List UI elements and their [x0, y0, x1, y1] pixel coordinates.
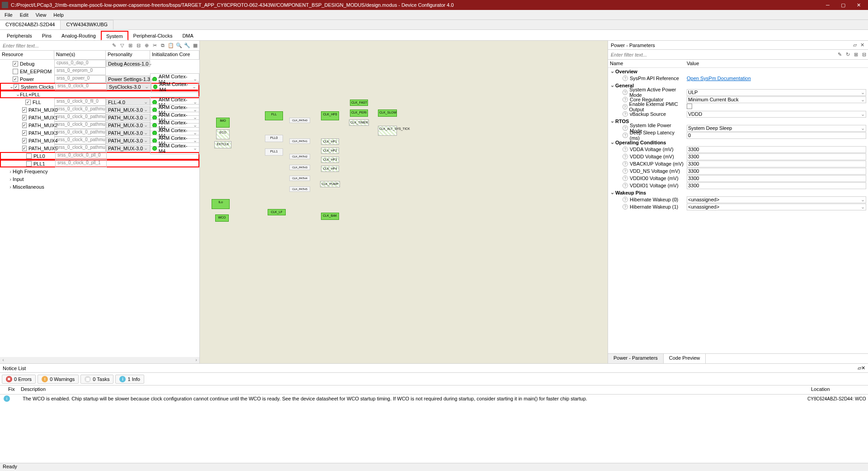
blk-clk-fast[interactable]: CLK_FAST	[350, 100, 368, 106]
param-input[interactable]	[687, 153, 866, 160]
chevron-down-icon[interactable]: ⌄	[144, 122, 148, 128]
help-icon[interactable]: ?	[623, 90, 627, 95]
tab-peripheral-clocks[interactable]: Peripheral-Clocks	[128, 31, 178, 40]
help-icon[interactable]: ?	[623, 168, 628, 174]
tree-row[interactable]: PLL1srss_0_clock_0_pll_1	[0, 160, 199, 167]
chevron-down-icon[interactable]: ⌄	[861, 204, 865, 210]
chevron-down-icon[interactable]: ⌄	[144, 107, 148, 113]
chevron-down-icon[interactable]: ⌄	[193, 145, 197, 151]
wrench-icon[interactable]: 🔧	[183, 42, 191, 50]
chevron-down-icon[interactable]: ⌄	[861, 111, 865, 117]
checkbox[interactable]	[22, 130, 27, 136]
param-filter-input[interactable]	[608, 50, 835, 59]
name-cell[interactable]: srss_0_clock_0_pathmux_3	[54, 129, 106, 137]
personality-cell[interactable]: PATH_MUX-3.0⌄	[106, 114, 150, 121]
param-input[interactable]	[687, 132, 866, 139]
tab-dma[interactable]: DMA	[177, 31, 198, 40]
blk-fll[interactable]: FLL	[265, 111, 283, 120]
help-icon[interactable]: ?	[623, 76, 628, 81]
checkbox[interactable]	[25, 100, 31, 105]
notice-filter-button[interactable]: !0 Warnings	[38, 375, 79, 384]
blk-clk-path5[interactable]: CLK_PATH5	[289, 186, 310, 192]
minimize-button[interactable]: ─	[820, 0, 835, 10]
blk-clk-hf4[interactable]: CLK_HF4	[321, 166, 339, 172]
param-input[interactable]	[687, 146, 866, 153]
blk-wco[interactable]: WCO	[215, 214, 229, 222]
tree-row[interactable]: ›Miscellaneous	[0, 183, 199, 190]
checkbox[interactable]	[22, 146, 27, 151]
ph-value[interactable]: Value	[685, 60, 868, 67]
search-icon[interactable]: 🔍	[175, 42, 183, 50]
checkbox[interactable]	[22, 107, 27, 113]
init-cell[interactable]: ARM Cortex-M4⌄	[150, 143, 199, 154]
notice-undock-icon[interactable]: ▱	[858, 365, 861, 371]
help-icon[interactable]: ?	[623, 111, 628, 117]
blk-imo[interactable]: IMO	[216, 118, 230, 128]
name-cell[interactable]: srss_0_eeprom_0	[54, 67, 106, 75]
th-resource[interactable]: Resource	[0, 51, 54, 59]
checkbox[interactable]	[26, 153, 32, 159]
blk-pll0[interactable]: PLL0	[265, 135, 283, 142]
name-cell[interactable]: cpuss_0_dap_0	[54, 60, 106, 67]
param-collapse-icon[interactable]: ⊟	[860, 51, 868, 59]
tab-analog-routing[interactable]: Analog-Routing	[57, 31, 101, 40]
tree-row[interactable]: ⌄System Clockssrss_0_clock_0SysClocks-3.…	[0, 83, 199, 90]
help-icon[interactable]: ?	[623, 197, 628, 202]
help-icon[interactable]: ?	[623, 104, 627, 109]
blk-clk-hf1[interactable]: CLK_HF1	[321, 138, 339, 145]
param-pencil-icon[interactable]: ✎	[835, 51, 844, 59]
blk-extclk[interactable]: EXTCLK	[214, 141, 231, 148]
undock-icon[interactable]: ▱	[852, 42, 858, 48]
chevron-down-icon[interactable]: ⌄	[144, 145, 148, 151]
personality-cell[interactable]: Debug Access-1.0⌄	[106, 60, 150, 67]
tree-row[interactable]: Debugcpuss_0_dap_0Debug Access-1.0⌄	[0, 60, 199, 67]
checkbox[interactable]	[26, 161, 32, 167]
param-checkbox[interactable]	[687, 104, 692, 109]
blk-clk-path1[interactable]: CLK_PATH1	[289, 138, 310, 144]
blk-clk-bak[interactable]: CLK_BAK	[321, 213, 339, 220]
add-icon[interactable]: ⊕	[142, 42, 151, 50]
param-select[interactable]: <unassigned>⌄	[687, 196, 866, 203]
param-link[interactable]: Open SysPm Documentation	[687, 76, 751, 81]
blk-clk-peri[interactable]: CLK_PERI	[350, 109, 368, 117]
param-input[interactable]	[687, 161, 866, 167]
expand-icon[interactable]: ›	[8, 169, 13, 174]
name-cell[interactable]: srss_0_clock_0_pathmux_1	[54, 114, 106, 121]
menu-file[interactable]: File	[1, 11, 16, 19]
help-icon[interactable]: ?	[623, 176, 628, 181]
blk-clk-alt[interactable]: CLK_ALT_SYS_TICK	[378, 126, 397, 136]
personality-cell[interactable]: FLL-4.0⌄	[106, 99, 150, 105]
personality-cell[interactable]: PATH_MUX-3.0⌄	[106, 122, 150, 128]
expand-icon[interactable]: ›	[8, 184, 13, 190]
blk-clk-timer[interactable]: CLK_TIMER	[349, 119, 369, 126]
help-icon[interactable]: ?	[623, 147, 628, 152]
name-cell[interactable]: srss_0_clock_0_pll_1	[55, 160, 107, 167]
param-input[interactable]	[687, 168, 866, 175]
menu-view[interactable]: View	[32, 11, 50, 19]
checkbox[interactable]	[22, 138, 27, 143]
blk-clk-path0[interactable]: CLK_PATH0	[289, 118, 310, 123]
checkbox[interactable]	[22, 115, 27, 120]
notice-filter-button[interactable]: ✖0 Errors	[2, 375, 36, 384]
notice-filter-button[interactable]: ▦0 Tasks	[80, 375, 113, 384]
blk-clk-hf2[interactable]: CLK_HF2	[321, 147, 339, 154]
help-icon[interactable]: ?	[623, 154, 628, 159]
expand-icon[interactable]: ⊞	[126, 42, 134, 50]
tab-pins[interactable]: Pins	[37, 31, 57, 40]
scroll-left-icon[interactable]: ‹	[0, 357, 6, 363]
th-personality[interactable]: Personality	[106, 51, 150, 59]
personality-cell[interactable]: Power Settings-1.3⌄	[106, 76, 150, 82]
notice-row[interactable]: iThe WCO is enabled. Chip startup will b…	[0, 395, 868, 403]
chevron-down-icon[interactable]: ⌄	[861, 90, 865, 95]
blk-ilo[interactable]: ILo	[212, 199, 230, 209]
chevron-down-icon[interactable]: ⌄	[861, 197, 865, 203]
help-icon[interactable]: ?	[623, 183, 628, 188]
tree-row[interactable]: PATH_MUX5srss_0_clock_0_pathmux_5PATH_MU…	[0, 144, 199, 152]
nh-fix[interactable]: Fix	[7, 385, 19, 394]
chevron-down-icon[interactable]: ⌄	[148, 61, 152, 67]
tree-row[interactable]: ›High Frequency	[0, 167, 199, 175]
cut-icon[interactable]: ✂	[151, 42, 159, 50]
personality-cell[interactable]: PATH_MUX-3.0⌄	[106, 129, 150, 136]
device-tab-0[interactable]: CY8C624ABZI-S2D44	[0, 20, 61, 29]
param-select[interactable]: ULP⌄	[687, 89, 866, 96]
